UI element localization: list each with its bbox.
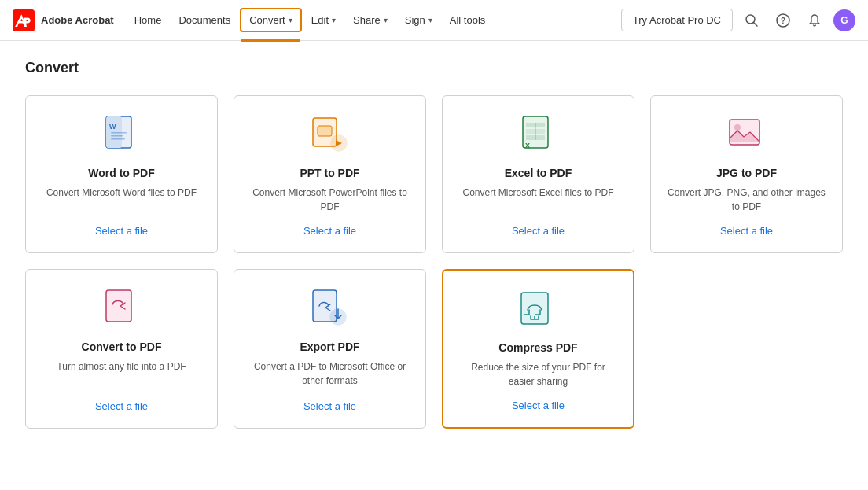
convert-to-pdf-link[interactable]: Select a file [95,400,148,412]
excel-to-pdf-link[interactable]: Select a file [512,225,565,237]
export-pdf-link[interactable]: Select a file [303,400,356,412]
jpg-to-pdf-desc: Convert JPG, PNG, and other images to PD… [667,186,826,214]
word-to-pdf-desc: Convert Microsoft Word files to PDF [46,186,197,214]
excel-to-pdf-icon: X [518,115,559,156]
compress-pdf-title: Compress PDF [498,341,577,354]
svg-point-21 [734,124,741,131]
notifications-button[interactable] [802,8,827,33]
svg-rect-8 [111,132,127,134]
svg-rect-12 [318,126,332,136]
search-icon [745,13,759,28]
svg-rect-22 [106,290,131,322]
word-to-pdf-icon: W [101,115,142,156]
page-content: Convert W Word to PDF Convert Microsoft … [0,41,868,448]
compress-pdf-link[interactable]: Select a file [512,400,565,411]
export-pdf-desc: Convert a PDF to Microsoft Office or oth… [250,359,410,389]
excel-to-pdf-desc: Convert Microsoft Excel files to PDF [462,186,613,214]
nav-share[interactable]: Share ▾ [345,9,395,31]
nav-edit[interactable]: Edit ▾ [303,9,344,31]
nav-documents[interactable]: Documents [171,9,238,31]
nav-alltools[interactable]: All tools [442,9,494,31]
svg-text:W: W [109,123,116,131]
convert-chevron-icon: ▾ [289,16,292,24]
svg-rect-9 [111,135,123,137]
nav-home[interactable]: Home [127,9,170,31]
nav-sign[interactable]: Sign ▾ [397,9,440,31]
convert-to-pdf-icon [101,289,142,330]
svg-text:X: X [525,142,530,149]
search-button[interactable] [739,8,764,33]
compress-pdf-icon [518,289,559,330]
nav-convert[interactable]: Convert ▾ [240,8,302,32]
card-jpg-to-pdf[interactable]: JPG to PDF Convert JPG, PNG, and other i… [650,95,843,253]
bell-icon [807,13,822,28]
compress-pdf-desc: Reduce the size of your PDF for easier s… [459,360,617,389]
help-icon: ? [776,13,790,28]
card-ppt-to-pdf[interactable]: PPT to PDF Convert Microsoft PowerPoint … [234,95,426,253]
card-export-pdf[interactable]: Export PDF Convert a PDF to Microsoft Of… [234,269,426,429]
nav-links: Home Documents Convert ▾ Edit ▾ Share ▾ … [127,8,618,32]
card-excel-to-pdf[interactable]: X Excel to PDF Convert Microsoft Excel f… [442,95,634,253]
cards-row-1: W Word to PDF Convert Microsoft Word fil… [25,95,843,253]
svg-line-2 [754,22,758,26]
jpg-to-pdf-title: JPG to PDF [716,167,777,179]
page-title: Convert [25,60,843,76]
export-pdf-title: Export PDF [300,341,359,353]
excel-to-pdf-title: Excel to PDF [505,167,572,179]
svg-rect-10 [111,138,125,140]
brand-name: Adobe Acrobat [41,14,114,26]
ppt-to-pdf-desc: Convert Microsoft PowerPoint files to PD… [250,186,410,214]
ppt-to-pdf-title: PPT to PDF [300,167,359,179]
svg-text:?: ? [781,17,785,25]
edit-chevron-icon: ▾ [332,16,336,24]
cards-row-2: Convert to PDF Turn almost any file into… [25,269,843,429]
help-button[interactable]: ? [771,8,796,33]
ppt-to-pdf-icon [310,115,351,156]
try-acrobat-button[interactable]: Try Acrobat Pro DC [621,9,733,31]
word-to-pdf-link[interactable]: Select a file [95,225,148,237]
jpg-to-pdf-icon [726,115,767,156]
card-compress-pdf[interactable]: Compress PDF Reduce the size of your PDF… [442,269,634,429]
word-to-pdf-title: Word to PDF [88,167,155,179]
user-avatar[interactable]: G [833,9,855,31]
sign-chevron-icon: ▾ [428,16,432,24]
convert-to-pdf-title: Convert to PDF [82,341,162,353]
brand-logo[interactable]: Adobe Acrobat [13,9,114,31]
navbar: Adobe Acrobat Home Documents Convert ▾ E… [0,0,868,41]
export-pdf-icon [310,289,351,330]
card-word-to-pdf[interactable]: W Word to PDF Convert Microsoft Word fil… [25,95,218,253]
ppt-to-pdf-link[interactable]: Select a file [303,225,356,237]
nav-right: Try Acrobat Pro DC ? G [621,8,855,33]
jpg-to-pdf-link[interactable]: Select a file [720,225,773,237]
card-convert-to-pdf[interactable]: Convert to PDF Turn almost any file into… [25,269,218,429]
share-chevron-icon: ▾ [384,16,388,24]
convert-to-pdf-desc: Turn almost any file into a PDF [57,359,186,389]
adobe-icon [13,9,35,31]
